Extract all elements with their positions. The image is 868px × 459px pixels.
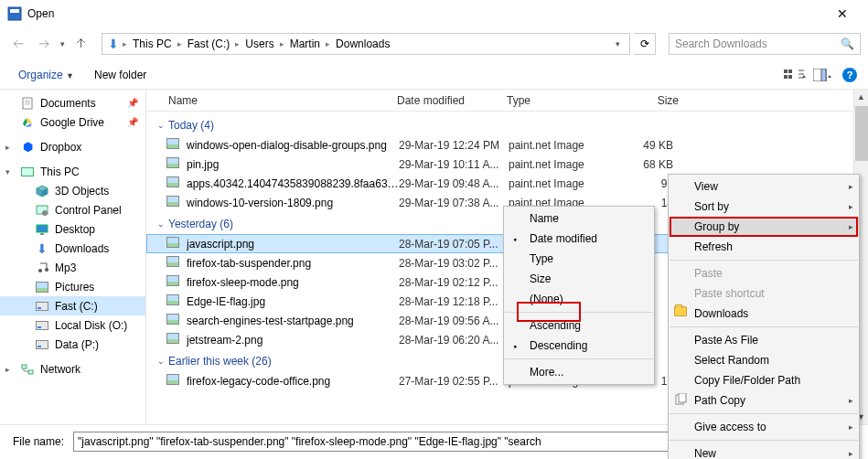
menu-item[interactable]: Paste — [669, 263, 859, 283]
menu-item[interactable]: Sort by — [669, 197, 859, 217]
menu-item[interactable]: Group by — [669, 217, 859, 237]
tree-item[interactable]: Mp3 — [0, 258, 145, 277]
menu-item[interactable]: Copy File/Folder Path — [669, 370, 859, 390]
column-type[interactable]: Type — [501, 94, 611, 107]
pin-icon: 📌 — [127, 98, 138, 108]
chevron-down-icon[interactable]: ⌄ — [157, 357, 165, 366]
menu-item[interactable]: Paste As File — [669, 330, 859, 350]
menu-item-more[interactable]: More... — [504, 362, 654, 382]
chevron-right-icon[interactable]: ▸ — [326, 39, 330, 48]
forward-button[interactable]: 🡢 — [33, 33, 55, 55]
svg-rect-3 — [788, 69, 792, 73]
app-icon — [7, 6, 22, 21]
chevron-right-icon[interactable]: ▸ — [235, 39, 240, 48]
chevron-right-icon[interactable]: ▸ — [123, 39, 127, 48]
menu-item[interactable]: Name — [504, 208, 654, 229]
history-dropdown[interactable]: ▾ — [59, 39, 67, 48]
chevron-right-icon[interactable]: ▸ — [280, 39, 284, 48]
context-menu[interactable]: ViewSort byGroup byRefreshPastePaste sho… — [668, 174, 860, 459]
menu-item[interactable]: Downloads — [669, 304, 859, 324]
menu-item[interactable]: Paste shortcut — [669, 283, 859, 304]
menu-item[interactable]: Path Copy — [669, 390, 859, 411]
tree-item-documents[interactable]: Documents 📌 — [0, 93, 145, 112]
tree-item[interactable]: Pictures — [0, 277, 145, 296]
hd-icon — [35, 318, 49, 333]
menu-item[interactable]: Give access to — [669, 417, 859, 437]
tree-item-this-pc[interactable]: ▾ This PC — [0, 162, 145, 181]
pathcopy-icon — [674, 393, 689, 408]
help-button[interactable]: ? — [842, 68, 857, 82]
navigation-pane[interactable]: Documents 📌 Google Drive 📌 ▸ ⬢ Dropbox ▾… — [0, 90, 146, 424]
address-dropdown[interactable]: ▾ — [610, 39, 626, 48]
chevron-down-icon[interactable]: ▾ — [5, 167, 10, 176]
tree-item[interactable]: 3D Objects — [0, 181, 145, 200]
svg-rect-2 — [784, 69, 788, 73]
group-header[interactable]: ⌄Today (4) — [146, 113, 853, 135]
tree-item-network[interactable]: ▸ Network — [0, 359, 145, 379]
svg-point-14 — [45, 268, 48, 272]
chevron-down-icon[interactable]: ⌄ — [157, 219, 165, 229]
pictures-icon — [35, 280, 49, 294]
column-date[interactable]: Date modified — [391, 94, 501, 107]
menu-item[interactable]: Type — [504, 249, 654, 269]
menu-item[interactable]: Refresh — [669, 237, 859, 257]
music-icon — [35, 261, 49, 275]
down-icon: ⬇ — [35, 241, 49, 256]
menu-item[interactable]: Size — [504, 269, 654, 289]
breadcrumb-segment[interactable]: This PC — [129, 37, 176, 50]
back-button[interactable]: 🡠 — [7, 33, 29, 55]
breadcrumb-segment[interactable]: Users — [241, 37, 277, 50]
downloads-icon: ⬇ — [106, 37, 121, 51]
groupby-submenu[interactable]: NameDate modifiedTypeSize(None)Ascending… — [503, 206, 655, 385]
search-input[interactable]: Search Downloads 🔍 — [669, 33, 861, 55]
view-options-button[interactable] — [784, 69, 800, 81]
preview-pane-button[interactable] — [813, 69, 830, 81]
image-file-icon — [166, 275, 181, 290]
menu-item[interactable]: Ascending — [504, 315, 654, 336]
menu-item[interactable]: Descending — [504, 336, 654, 356]
column-name[interactable]: Name — [163, 94, 391, 107]
chevron-right-icon[interactable]: ▸ — [177, 39, 182, 48]
tree-item[interactable]: Data (P:) — [0, 335, 145, 354]
scroll-thumb[interactable] — [855, 106, 868, 161]
menu-item[interactable]: New — [669, 443, 859, 459]
svg-rect-1 — [10, 9, 19, 13]
tree-item-dropbox[interactable]: ▸ ⬢ Dropbox — [0, 137, 145, 156]
column-size[interactable]: Size — [611, 94, 684, 107]
pin-icon: 📌 — [127, 117, 138, 127]
chevron-down-icon[interactable]: ⌄ — [157, 121, 165, 130]
chevron-right-icon[interactable]: ▸ — [5, 365, 10, 374]
file-row[interactable]: pin.jpg29-Mar-19 10:11 A...paint.net Ima… — [146, 155, 853, 174]
tree-item[interactable]: ⬇Downloads — [0, 239, 145, 258]
refresh-button[interactable]: ⟳ — [634, 33, 656, 55]
column-headers[interactable]: Name Date modified Type Size — [146, 90, 868, 112]
image-file-icon — [166, 256, 181, 271]
tree-item-google-drive[interactable]: Google Drive 📌 — [0, 112, 145, 132]
tree-item[interactable]: Local Disk (O:) — [0, 315, 145, 335]
menu-item[interactable]: (None) — [504, 289, 654, 309]
organize-button[interactable]: Organize ▼ — [11, 65, 81, 85]
address-bar[interactable]: ⬇ ▸ This PC ▸ Fast (C:) ▸ Users ▸ Martin… — [102, 33, 630, 55]
menu-item[interactable]: Date modified — [504, 229, 654, 249]
breadcrumb-segment[interactable]: Downloads — [332, 37, 393, 50]
tree-item[interactable]: Desktop — [0, 219, 145, 239]
desktop-icon — [35, 222, 49, 237]
file-row[interactable]: windows-open-dialog-disable-groups.png29… — [146, 135, 853, 155]
menu-item[interactable]: Select Random — [669, 350, 859, 370]
scroll-up-button[interactable]: ▲ — [854, 90, 868, 104]
hd-icon — [35, 299, 49, 314]
search-placeholder: Search Downloads — [675, 37, 767, 50]
breadcrumb-segment[interactable]: Martin — [286, 37, 324, 50]
tree-item[interactable]: Fast (C:) — [0, 296, 145, 315]
svg-rect-4 — [784, 75, 788, 79]
documents-icon — [20, 96, 35, 111]
up-button[interactable]: 🡡 — [70, 33, 92, 55]
new-folder-button[interactable]: New folder — [87, 65, 154, 85]
tree-item[interactable]: Control Panel — [0, 200, 145, 219]
close-button[interactable]: ✕ — [824, 6, 861, 21]
menu-item[interactable]: View — [669, 176, 859, 197]
breadcrumb-segment[interactable]: Fast (C:) — [184, 37, 234, 50]
chevron-right-icon[interactable]: ▸ — [5, 143, 10, 152]
image-file-icon — [166, 157, 181, 172]
google-drive-icon — [20, 115, 35, 130]
